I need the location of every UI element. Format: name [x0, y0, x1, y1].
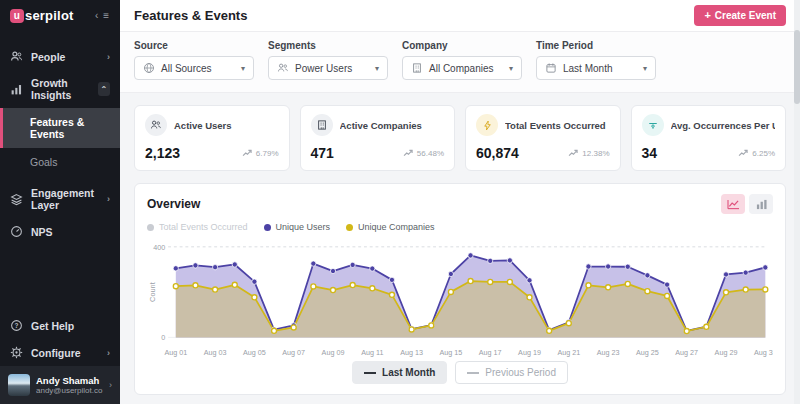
svg-text:Aug 29: Aug 29	[715, 348, 738, 357]
trend-up-icon	[738, 149, 749, 157]
source-dropdown[interactable]: All Sources ▾	[134, 56, 254, 80]
gear-icon	[10, 346, 23, 359]
building-icon	[311, 114, 333, 136]
sidebar-subitem-features-events[interactable]: Features & Events	[0, 108, 120, 148]
sidebar-item-engagement-layer[interactable]: Engagement Layer ›	[0, 180, 120, 218]
chevron-right-icon: ›	[107, 348, 110, 358]
logo-badge: u	[10, 9, 24, 23]
time-period-dropdown[interactable]: Last Month ▾	[536, 56, 656, 80]
user-name: Andy Shamah	[36, 375, 102, 386]
filter-label: Time Period	[536, 40, 656, 51]
overview-card: Overview Total Events Occurred	[134, 183, 786, 395]
building-icon	[411, 62, 423, 74]
stat-card-active-users: Active Users 2,123 6.79%	[134, 105, 290, 171]
sidebar-item-label: Get Help	[31, 320, 74, 332]
legend-total-events[interactable]: Total Events Occurred	[147, 222, 248, 232]
legend-unique-users[interactable]: Unique Users	[264, 222, 331, 232]
logo-text: serpilot	[25, 8, 74, 23]
svg-text:?: ?	[15, 322, 19, 329]
userpilot-logo: userpilot	[10, 8, 74, 23]
filter-label: Source	[134, 40, 254, 51]
lightning-icon	[476, 114, 498, 136]
svg-text:Aug 17: Aug 17	[479, 348, 502, 357]
chevron-right-icon: ›	[107, 194, 110, 204]
stat-card-avg-occurrences: Avg. Occurrences Per User 34 6.25%	[631, 105, 787, 171]
svg-text:Aug 11: Aug 11	[361, 348, 383, 357]
chevron-down-icon: ▾	[643, 64, 647, 73]
stat-value: 471	[311, 145, 334, 161]
main-content: Features & Events + Create Event Source …	[120, 0, 800, 404]
sidebar-item-label: Growth Insights	[31, 77, 90, 101]
bar-chart-icon	[10, 83, 23, 96]
sidebar-item-nps[interactable]: NPS	[0, 218, 120, 245]
svg-text:Aug 19: Aug 19	[518, 348, 541, 357]
globe-icon	[143, 62, 155, 74]
page-title: Features & Events	[134, 8, 247, 23]
layers-icon	[10, 193, 23, 206]
stat-value: 60,874	[476, 145, 519, 161]
svg-text:Count: Count	[148, 282, 157, 302]
overview-chart: 4000CountAug 01Aug 03Aug 05Aug 07Aug 09A…	[147, 235, 773, 363]
stat-label: Active Users	[174, 120, 232, 131]
sidebar-item-label: Configure	[31, 347, 81, 359]
segments-dropdown[interactable]: Power Users ▾	[268, 56, 388, 80]
svg-text:Aug 21: Aug 21	[557, 348, 580, 357]
previous-period-button[interactable]: Previous Period	[455, 361, 568, 384]
company-dropdown[interactable]: All Companies ▾	[402, 56, 522, 80]
stat-trend: 6.25%	[738, 149, 775, 158]
period-buttons: Last Month Previous Period	[147, 359, 773, 384]
stat-label: Avg. Occurrences Per User	[671, 120, 776, 131]
stat-card-active-companies: Active Companies 471 56.48%	[300, 105, 456, 171]
trend-up-icon	[403, 149, 414, 157]
sidebar-nav: People › Growth Insights ⌃ Features & Ev…	[0, 43, 120, 245]
svg-text:Aug 27: Aug 27	[675, 348, 698, 357]
stat-label: Active Companies	[340, 120, 422, 131]
bar-chart-icon	[755, 199, 768, 210]
app: userpilot ‹ ≡ People › Growth Insights ⌃…	[0, 0, 800, 404]
sidebar: userpilot ‹ ≡ People › Growth Insights ⌃…	[0, 0, 120, 404]
line-chart-icon	[727, 199, 740, 210]
line-chart-toggle[interactable]	[721, 194, 745, 214]
users-icon	[277, 62, 289, 74]
dropdown-value: All Companies	[429, 63, 493, 74]
trend-up-icon	[242, 149, 253, 157]
legend-unique-companies[interactable]: Unique Companies	[346, 222, 435, 232]
legend-dot	[264, 224, 271, 231]
svg-text:Aug 03: Aug 03	[204, 348, 227, 357]
user-profile[interactable]: Andy Shamah andy@userpilot.co ›	[0, 366, 120, 404]
sidebar-item-label: Engagement Layer	[31, 187, 99, 211]
chevron-down-icon: ▾	[375, 64, 379, 73]
dropdown-value: Last Month	[563, 63, 612, 74]
calendar-icon	[545, 62, 557, 74]
create-event-label: Create Event	[715, 10, 776, 21]
sidebar-item-people[interactable]: People ›	[0, 43, 120, 70]
sidebar-item-label: NPS	[31, 226, 53, 238]
filter-source: Source All Sources ▾	[134, 40, 254, 80]
sidebar-subitem-goals[interactable]: Goals	[0, 148, 120, 176]
stat-trend: 12.38%	[568, 149, 609, 158]
legend-dot	[346, 224, 353, 231]
collapse-sidebar-icon[interactable]: ‹ ≡	[95, 10, 110, 21]
chevron-up-icon[interactable]: ⌃	[98, 82, 110, 96]
svg-text:0: 0	[161, 333, 165, 342]
sidebar-item-growth-insights[interactable]: Growth Insights ⌃	[0, 70, 120, 108]
last-month-button[interactable]: Last Month	[352, 361, 447, 384]
bar-chart-toggle[interactable]	[749, 194, 773, 214]
svg-text:Aug 15: Aug 15	[440, 348, 463, 357]
gauge-icon	[642, 114, 664, 136]
create-event-button[interactable]: + Create Event	[694, 5, 786, 26]
chevron-down-icon: ▾	[241, 64, 245, 73]
svg-text:Aug 07: Aug 07	[282, 348, 305, 357]
filter-time-period: Time Period Last Month ▾	[536, 40, 656, 80]
stat-trend: 56.48%	[403, 149, 444, 158]
filter-company: Company All Companies ▾	[402, 40, 522, 80]
scrollbar-thumb[interactable]	[794, 30, 800, 104]
svg-text:Aug 09: Aug 09	[322, 348, 345, 357]
legend-dot	[147, 224, 154, 231]
user-email: andy@userpilot.co	[36, 386, 102, 395]
svg-text:Aug 05: Aug 05	[243, 348, 266, 357]
sidebar-footer: ? Get Help Configure › Andy Shamah andy@…	[0, 312, 120, 404]
sidebar-item-configure[interactable]: Configure ›	[0, 339, 120, 366]
users-icon	[145, 114, 167, 136]
sidebar-item-get-help[interactable]: ? Get Help	[0, 312, 120, 339]
